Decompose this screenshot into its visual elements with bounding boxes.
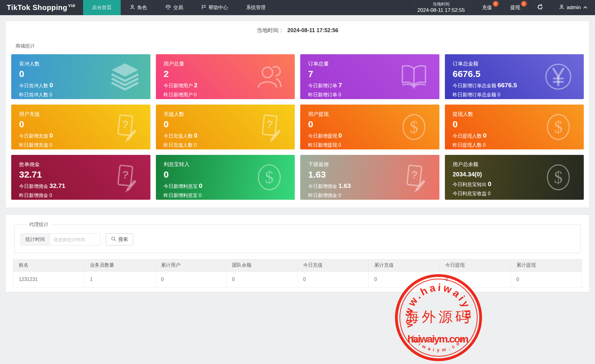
app-logo[interactable]: TikTok Shopping V18: [0, 0, 83, 15]
tab-roles[interactable]: 角色: [121, 0, 156, 15]
card-line2-label: 今日首冲人数: [19, 83, 48, 88]
card-line2-value: 0: [338, 132, 342, 139]
stat-card-order-commission: 抢单佣金 32.71 今日新增佣金32.71 昨日新增佣金0: [11, 155, 150, 200]
top-nav: TikTok Shopping V18 后台首页 角色 交易 帮助中心 系统管理…: [0, 0, 595, 15]
flag-icon: [201, 5, 206, 11]
tab-trade[interactable]: 交易: [156, 0, 192, 15]
card-line2-label: 今日充值人数: [164, 133, 193, 139]
withdraw-label: 提现: [510, 5, 520, 11]
recharge-badge: 0: [493, 1, 499, 7]
card-line3-value: 0: [338, 92, 341, 97]
card-line2-label: 今日利息宝转出: [453, 182, 487, 187]
dollar-circle-icon: [254, 162, 284, 192]
tab-roles-label: 角色: [137, 5, 147, 11]
card-line2-label: 今日新增提现: [308, 133, 337, 139]
tab-system-label: 系统管理: [246, 5, 266, 11]
card-line2-label: 今日新增佣金: [19, 184, 48, 189]
cell-total-withdraw: 0: [511, 272, 582, 288]
cell-total-users: 0: [155, 272, 226, 288]
dollar-circle-icon: [399, 112, 429, 142]
cell-today-recharge: 0: [298, 272, 368, 288]
paper-question-icon: [254, 112, 284, 142]
time-input[interactable]: [49, 233, 100, 245]
card-line2-value: 0: [49, 82, 53, 88]
chevron-up-icon: [583, 6, 587, 10]
card-line2-value: 0: [49, 132, 53, 139]
refresh-button[interactable]: [529, 0, 551, 15]
recharge-button[interactable]: 充值 0: [473, 0, 501, 15]
cell-name: 1231231: [13, 272, 84, 288]
people-icon: [254, 62, 284, 92]
user-menu[interactable]: admin: [551, 0, 595, 15]
card-line3-label: 昨日新增佣金: [19, 193, 48, 198]
search-button[interactable]: 搜索: [106, 233, 133, 245]
card-line2-value: 2: [194, 82, 198, 88]
card-line3-value: 0: [483, 142, 486, 148]
stat-cards-grid: 首冲人数 0 今日首冲人数0 昨日首冲人数0 用户总量 2 今日新增用户2 昨日…: [11, 54, 584, 200]
card-line3-value: 0: [199, 193, 202, 198]
card-line2-label: 今日新增用户: [164, 83, 193, 88]
card-line2-value: 1.63: [338, 182, 351, 189]
cell-today-withdraw: 0: [440, 272, 511, 288]
card-line2-value: 0: [199, 182, 203, 189]
stat-card-interest-transfer-in: 利息宝转入 0 今日新增利息宝0 昨日新增利息宝0: [156, 155, 295, 200]
stat-card-order-amount: 订单总金额 6676.5 今日新增订单总金额6676.5 昨日新增订单总金额0: [445, 54, 584, 99]
card-line3-label: 昨日新增用户: [164, 92, 193, 97]
tab-system[interactable]: 系统管理: [237, 0, 275, 15]
card-line3-label: 今日利息宝收益: [453, 191, 487, 196]
withdraw-badge: 0: [521, 1, 527, 7]
table-row: 1231231 1 0 0 0 0 0 0: [13, 272, 582, 288]
user-name: admin: [567, 5, 581, 11]
time-field-label: 统计时间: [21, 233, 49, 245]
refresh-icon: [537, 4, 543, 12]
stats-panel: 当地时间： 2024-08-11 17:52:56 商城统计 首冲人数 0 今日…: [5, 21, 590, 208]
yen-circle-icon: [543, 62, 573, 92]
card-line2-value: 0: [488, 180, 492, 187]
stat-card-user-withdraw: 用户提现 0 今日新增提现0 昨日新增提现0: [300, 105, 439, 149]
page-local-time: 当地时间： 2024-08-11 17:52:56: [11, 26, 584, 34]
recharge-label: 充值: [482, 5, 492, 11]
paper-question-icon: [399, 162, 429, 192]
card-line3-value: 0: [194, 142, 197, 148]
tab-help-center-label: 帮助中心: [209, 5, 228, 11]
col-total-recharge: 累计充值: [368, 259, 439, 272]
withdraw-button[interactable]: 提现 0: [501, 0, 529, 15]
col-today-recharge: 今日充值: [298, 259, 368, 272]
page-local-time-label: 当地时间：: [257, 27, 284, 33]
card-line3-value: 0: [49, 92, 52, 97]
nav-local-time: 当地时间 2024-08-11 17:52:55: [409, 0, 473, 15]
tab-help-center[interactable]: 帮助中心: [192, 0, 237, 15]
stat-card-sub-commission: 下级返佣 1.63 今日新增佣金1.63 昨日新增佣金0: [300, 155, 439, 200]
table-header-row: 姓名 业务员数量 累计用户 团队余额 今日充值 累计充值 今日提现 累计提现: [13, 259, 582, 272]
cell-salesman-count: 1: [84, 272, 155, 288]
card-line3-value: 0: [194, 92, 197, 97]
stamp-center-text: 海外源码: [405, 309, 472, 325]
tab-dashboard[interactable]: 后台首页: [83, 0, 121, 15]
card-line2-label: 今日新增充值: [19, 133, 48, 139]
card-line3-label: 昨日新增订单总金额: [453, 92, 496, 97]
app-version: V18: [68, 4, 75, 8]
col-salesman-count: 业务员数量: [84, 259, 155, 272]
stat-card-first-recharge-users: 首冲人数 0 今日首冲人数0 昨日首冲人数0: [11, 54, 150, 99]
card-line3-value: 0: [498, 92, 500, 97]
stats-section-title: 商城统计: [15, 43, 584, 49]
search-button-label: 搜索: [118, 236, 128, 243]
layers-icon: [110, 62, 140, 92]
card-line3-label: 昨日新增佣金: [308, 193, 337, 198]
card-line2-value: 32.71: [49, 182, 66, 189]
paper-question-icon: [110, 162, 140, 192]
card-line2-value: 0: [194, 132, 198, 139]
col-team-balance: 团队余额: [227, 259, 298, 272]
agent-fieldset: 代理统计 统计时间 搜索: [14, 222, 581, 253]
cell-team-balance: 0: [227, 272, 298, 288]
stamp-bottom-arc-text: haiwaiym.com: [410, 335, 466, 352]
local-time-label: 当地时间: [432, 1, 449, 7]
card-line3-label: 昨日新增提现: [308, 142, 337, 148]
card-line3-label: 昨日新增充值: [19, 142, 48, 148]
agent-filter-form: 统计时间 搜索: [21, 233, 574, 245]
col-today-withdraw: 今日提现: [440, 259, 511, 272]
page-local-time-value: 2024-08-11 17:52:56: [287, 27, 338, 33]
main-menu: 后台首页 角色 交易 帮助中心 系统管理: [83, 0, 275, 15]
stat-card-total-orders: 订单总量 7 今日新增订单7 昨日新增订单0: [300, 54, 439, 99]
agent-panel: 代理统计 统计时间 搜索 姓名 业务员数量 累计用户 团队余额 今日充值 累计充…: [5, 215, 590, 292]
